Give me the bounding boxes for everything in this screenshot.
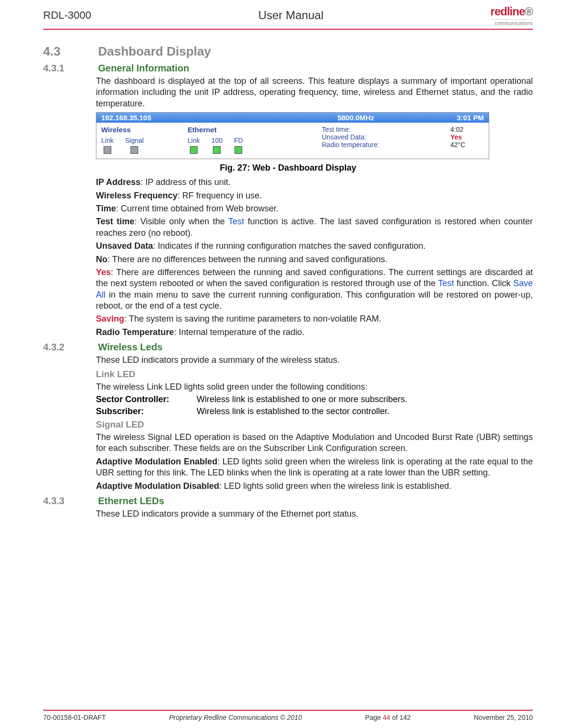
footer-page-number: Page 44 of 142 [365,714,411,721]
led-wireless-signal [130,146,138,154]
subsection-title: Ethernet LEDs [98,496,164,507]
led-wireless-link [104,146,111,154]
eth-100-label: 100 [212,137,223,144]
paragraph: The dashboard is displayed at the top of… [96,76,533,109]
dash-ip: 192.168.35.105 [101,114,271,122]
unsaved-value: Yes [450,133,462,141]
subsection-number: 4.3.3 [43,496,96,507]
def-ip: IP Address: IP address of this unit. [96,177,533,188]
temp-label: Radio temperature: [322,141,379,149]
subsection-number: 4.3.2 [43,342,96,353]
dashboard-screenshot: 192.168.35.105 5800.0MHz 3:01 PM Wireles… [96,112,489,159]
logo-text: redline [491,5,525,18]
footer-date: November 25, 2010 [474,714,533,721]
doc-model: RDL-3000 [43,9,91,22]
temp-value: 42°C [450,141,465,149]
eth-fd-label: FD [234,137,243,144]
eth-link-label: Link [188,137,200,144]
test-time-label: Test time: [322,126,351,133]
section-number: 4.3 [43,44,96,59]
def-wireless-freq: Wireless Frequency: RF frequency in use. [96,190,533,201]
subsection-title: General Information [98,63,189,74]
def-time: Time: Current time obtained from Web bro… [96,203,533,214]
dash-clock: 3:01 PM [441,114,484,122]
section-4-3-2: 4.3.2 Wireless Leds [43,342,533,353]
def-am-enabled: Adaptive Modulation Enabled: LED lights … [96,456,533,479]
subsection-number: 4.3.1 [43,63,96,74]
led-eth-100 [213,146,221,154]
ethernet-heading: Ethernet [188,126,322,134]
def-no: No: There are no differences between the… [96,254,533,265]
dash-freq: 5800.0MHz [271,114,441,122]
section-4-3-1: 4.3.1 General Information [43,63,533,74]
link-led-heading: Link LED [96,369,533,380]
def-subscriber: Subscriber:Wireless link is established … [96,406,533,416]
paragraph: These LED indicators provide a summary o… [96,508,533,520]
def-unsaved: Unsaved Data: Indicates if the running c… [96,241,533,252]
brand-logo: redline® communications [491,5,533,26]
doc-title: User Manual [258,9,323,22]
test-time-value: 4:02 [450,126,463,133]
section-title: Dashboard Display [98,44,211,59]
def-sector-controller: Sector Controller:Wireless link is estab… [96,394,533,404]
def-test-time: Test time: Visible only when the Test fu… [96,216,533,239]
wireless-link-label: Link [101,137,114,144]
section-4-3-3: 4.3.3 Ethernet LEDs [43,496,533,507]
wireless-heading: Wireless [101,126,188,134]
page-footer: 70-00158-01-DRAFT Proprietary Redline Co… [43,710,533,721]
def-saving: Saving: The system is saving the runtime… [96,313,533,324]
subsection-title: Wireless Leds [98,342,162,353]
footer-doc-id: 70-00158-01-DRAFT [43,714,106,721]
unsaved-label: Unsaved Data: [322,133,366,141]
def-yes: Yes: There are differences between the r… [96,267,533,312]
paragraph: The wireless Signal LED operation is bas… [96,432,533,454]
paragraph: The wireless Link LED lights solid green… [96,381,533,393]
wireless-signal-label: Signal [125,137,144,144]
figure-caption: Fig. 27: Web - Dashboard Display [43,163,533,173]
footer-proprietary: Proprietary Redline Communications © 201… [169,714,302,721]
signal-led-heading: Signal LED [96,419,533,430]
def-radio-temp: Radio Temperature: Internal temperature … [96,327,533,338]
page-header: RDL-3000 User Manual redline® communicat… [43,0,533,30]
def-am-disabled: Adaptive Modulation Disabled: LED lights… [96,481,533,492]
led-eth-link [190,146,198,154]
section-4-3: 4.3 Dashboard Display [43,44,533,59]
paragraph: These LED indicators provide a summary o… [96,355,533,366]
led-eth-fd [235,146,242,154]
logo-subtext: communications [491,21,533,26]
